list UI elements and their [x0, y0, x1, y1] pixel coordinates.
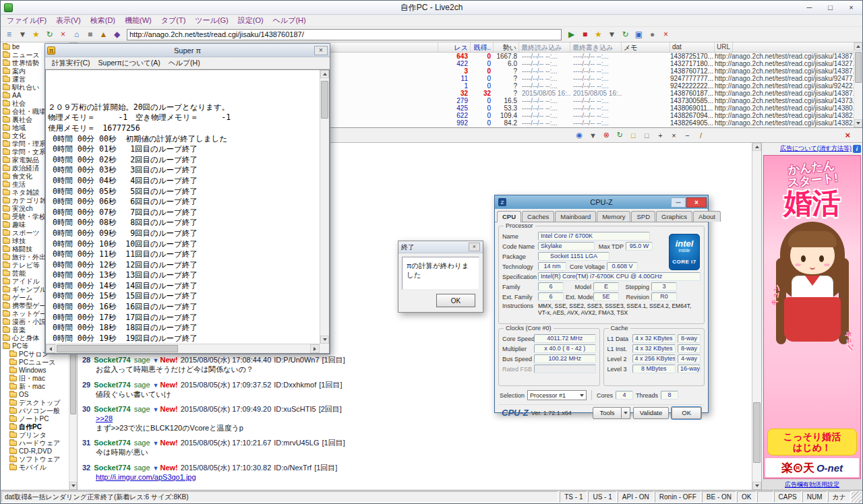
font-reset-icon[interactable]: × [667, 129, 680, 141]
cpuz-close-icon[interactable]: × [686, 197, 707, 208]
menu-item[interactable]: 表示(V) [51, 15, 86, 26]
sidebar-item[interactable]: OS [1, 391, 69, 399]
cpuz-tab[interactable]: Mainboard [555, 211, 596, 222]
column-last-write[interactable]: 最終書き込み [570, 42, 622, 52]
menu-item[interactable]: ツール(G) [190, 15, 233, 26]
column-dat[interactable]: dat [670, 42, 715, 52]
superpi-menu-item[interactable]: 計算実行(C) [48, 59, 94, 68]
dialog-ok-button[interactable]: OK [436, 294, 475, 307]
sidebar-item[interactable]: 旧・mac [1, 375, 69, 383]
superpi-menu-item[interactable]: Superπについて(A) [94, 59, 165, 68]
scroll-thumb[interactable] [855, 52, 862, 83]
sidebar-item[interactable]: ノートPC [1, 415, 69, 423]
sidebar-item[interactable]: パソコン一般 [1, 407, 69, 415]
column-url[interactable]: URL [715, 42, 733, 52]
maximize-icon[interactable]: □ [821, 2, 840, 13]
dialog-titlebar[interactable]: 終了 × [398, 241, 483, 253]
scroll-down-icon[interactable] [69, 482, 77, 490]
hide-read-icon[interactable]: ◉ [573, 129, 585, 141]
menu-item[interactable]: ファイル(F) [2, 15, 51, 26]
board-window-icon[interactable]: ■ [84, 28, 96, 40]
cpuz-window[interactable]: Z CPU-Z ─ × CPUCachesMainboardMemorySPDG… [494, 195, 709, 413]
scroll-down-icon[interactable] [320, 336, 329, 344]
url-input[interactable] [127, 29, 562, 40]
cpuz-tab[interactable]: Caches [522, 211, 554, 222]
sidebar-item[interactable]: ソフトウェア [1, 455, 69, 464]
stop-icon[interactable]: × [57, 28, 69, 40]
scroll-up-icon[interactable] [320, 70, 329, 78]
settings-icon[interactable]: ● [646, 28, 659, 40]
scroll-thumb[interactable] [57, 345, 178, 352]
sidebar-item[interactable]: CD-R,DVD [1, 447, 69, 455]
scroll-right-icon[interactable] [310, 344, 320, 353]
refresh-icon[interactable]: ↻ [43, 28, 56, 40]
dialog-close-icon[interactable]: × [469, 243, 480, 251]
ad-banner[interactable]: かんたんスタート! 婚活 キュン キュン こっそり婚活はじめ！ [763, 155, 861, 479]
cpuz-minimize-icon[interactable]: ─ [671, 197, 686, 208]
menu-item[interactable]: ヘルプ(H) [268, 15, 311, 26]
scroll-up-icon[interactable] [752, 143, 761, 151]
resize-grip[interactable] [852, 491, 862, 503]
page-icon[interactable]: □ [627, 129, 639, 141]
cpuz-tab[interactable]: Memory [597, 211, 630, 222]
add-favorite-icon[interactable]: ★ [592, 28, 605, 40]
close-tab-icon[interactable]: × [659, 28, 672, 40]
cpuz-tab[interactable]: Graphics [656, 211, 692, 222]
cpuz-ok-button[interactable]: OK [672, 407, 701, 419]
dropdown-icon[interactable]: ▼ [16, 28, 29, 40]
column-acquired[interactable]: 既得.. [471, 42, 494, 52]
sidebar-item[interactable]: ハードウェア [1, 439, 69, 447]
thread-list-scrollbar[interactable] [854, 42, 862, 127]
superpi-menu-item[interactable]: ヘルプ(H) [165, 59, 204, 68]
superpi-horizontal-scrollbar[interactable] [46, 344, 320, 353]
window-titlebar[interactable]: 自作PC - Live2ch ─ □ × [1, 1, 862, 15]
scroll-thumb[interactable] [321, 81, 328, 119]
scroll-down-icon[interactable] [752, 482, 761, 490]
tools-dropdown-icon[interactable] [622, 407, 630, 419]
stop-load-icon[interactable]: ■ [578, 28, 591, 40]
cpuz-tab[interactable]: CPU [497, 211, 521, 222]
sidebar-item[interactable]: モバイル [1, 464, 69, 472]
sidebar-item[interactable]: デスクトップ [1, 399, 69, 407]
search-icon[interactable]: ◆ [111, 28, 123, 40]
processor-select[interactable]: Processor #1 [527, 390, 587, 400]
edit-icon[interactable]: / [694, 129, 707, 141]
column-memo[interactable]: メモ [622, 42, 670, 52]
menu-item[interactable]: 機能(W) [120, 15, 156, 26]
column-res[interactable]: レス [438, 42, 471, 52]
cpuz-tab[interactable]: About [693, 211, 721, 222]
thread-view-scrollbar[interactable] [752, 143, 761, 490]
close-thread-icon[interactable]: × [845, 130, 850, 140]
go-icon[interactable]: ▶ [565, 28, 578, 40]
post-menu-arrow-icon[interactable]: ▼ [153, 440, 159, 447]
reload-icon[interactable]: ↻ [619, 28, 632, 40]
cpuz-titlebar[interactable]: Z CPU-Z ─ × [495, 195, 708, 209]
sidebar-item[interactable]: PCニュース [1, 358, 69, 367]
image-url-link[interactable]: http://i.imgur.com/apS3qo1.jpg [96, 473, 749, 482]
close-icon[interactable]: × [841, 2, 861, 13]
write-icon[interactable]: ▲ [97, 28, 110, 40]
cpuz-tab[interactable]: SPD [631, 211, 655, 222]
menu-item[interactable]: 検索(D) [86, 15, 120, 26]
superpi-vertical-scrollbar[interactable] [320, 70, 329, 344]
font-smaller-icon[interactable]: − [681, 129, 693, 141]
column-last-read[interactable]: 最終読み込み [519, 42, 570, 52]
superpi-close-icon[interactable]: × [314, 46, 328, 55]
page-copy-icon[interactable]: □ [641, 129, 653, 141]
ad-settings-link[interactable]: 広告欄有効活用設定 [785, 480, 839, 489]
post-menu-arrow-icon[interactable]: ▼ [153, 357, 159, 364]
scroll-left-icon[interactable] [46, 344, 55, 353]
column-momentum[interactable]: 勢い [494, 42, 519, 52]
minimize-icon[interactable]: ─ [800, 2, 819, 13]
scroll-up-icon[interactable] [854, 42, 862, 51]
pi-finished-dialog[interactable]: 終了 × πの計算が終わりました OK [398, 241, 483, 313]
home-icon[interactable]: ⌂ [70, 28, 83, 40]
tools-button[interactable]: Tools [593, 407, 621, 419]
validate-button[interactable]: Validate [633, 407, 669, 419]
post-menu-arrow-icon[interactable]: ▼ [153, 406, 159, 413]
hide-dropdown-icon[interactable]: ▼ [587, 129, 599, 141]
superpi-window[interactable]: π Super π × 計算実行(C)Superπについて(A)ヘルプ(H) ２… [44, 43, 330, 354]
scroll-thumb[interactable] [753, 402, 761, 463]
post-menu-arrow-icon[interactable]: ▼ [153, 382, 159, 389]
favorites-icon[interactable]: ★ [30, 28, 42, 40]
